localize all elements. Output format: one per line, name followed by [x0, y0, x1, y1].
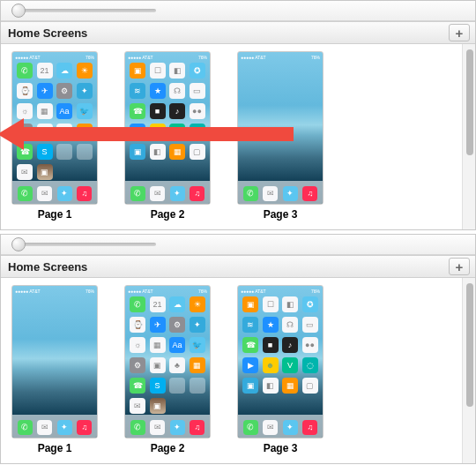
- app-icon: ■: [150, 103, 166, 119]
- app-icon: 🐦: [190, 337, 205, 353]
- scrollbar-thumb[interactable]: [466, 49, 473, 155]
- app-icon: [169, 378, 185, 394]
- phone-dock: ✆✉✦♫: [125, 181, 210, 204]
- app-icon: ♣: [169, 357, 185, 373]
- app-icon: ▣: [150, 398, 166, 414]
- phone-dock: ✆✉✦♫: [238, 415, 323, 438]
- app-icon: ▣: [150, 357, 166, 373]
- dock-app-icon: ✆: [18, 186, 33, 201]
- app-icon: ▶: [130, 124, 145, 139]
- page-item[interactable]: ●●●●● AT&T76%▣☐◧✪≋★☊▭☎■♪●●▶☻V◌▣◧▦▢✆✉✦♫Pa…: [124, 51, 211, 221]
- vertical-scrollbar[interactable]: [462, 44, 475, 229]
- status-bar: ●●●●● AT&T76%: [125, 286, 210, 295]
- scrollbar-thumb[interactable]: [466, 283, 473, 407]
- app-icon: ✆: [17, 63, 33, 79]
- zoom-slider[interactable]: [15, 9, 156, 12]
- app-icon: ●●: [190, 103, 205, 119]
- dock-app-icon: ✆: [243, 420, 258, 435]
- status-carrier: ●●●●● AT&T: [128, 289, 153, 294]
- app-icon: 21: [150, 296, 166, 312]
- dock-app-icon: ♫: [302, 420, 317, 435]
- dock-app-icon: ✆: [18, 420, 33, 435]
- status-bar: ●●●●● AT&T76%: [238, 52, 323, 61]
- app-icon: ✉: [17, 164, 33, 180]
- app-icon: ☼: [130, 337, 145, 353]
- app-icon: ◧: [150, 144, 166, 160]
- status-carrier: ●●●●● AT&T: [241, 55, 266, 60]
- app-icon: ★: [263, 317, 279, 333]
- app-grid: ✆21☁☀⌚✈⚙✦☼▦Aa🐦⚙▣♣▦☎S ✉▣: [130, 296, 205, 414]
- app-icon: ◌: [190, 124, 205, 139]
- zoom-slider-thumb[interactable]: [11, 237, 26, 251]
- dock-app-icon: ♫: [77, 186, 92, 201]
- app-icon: Aa: [56, 103, 72, 119]
- app-icon: ⚙: [130, 357, 145, 373]
- dock-app-icon: ✦: [283, 186, 298, 201]
- dock-app-icon: ♫: [190, 186, 205, 201]
- app-icon: ✦: [77, 83, 93, 99]
- dock-app-icon: ✉: [150, 186, 165, 201]
- dock-app-icon: ✉: [37, 186, 52, 201]
- add-page-button[interactable]: +: [449, 24, 470, 41]
- status-battery: 76%: [198, 289, 207, 294]
- phone-dock: ✆✉✦♫: [12, 415, 97, 438]
- zoom-slider-thumb[interactable]: [11, 4, 26, 18]
- app-icon: ⌚: [17, 83, 33, 99]
- dock-app-icon: ✦: [170, 420, 185, 435]
- app-icon: S: [150, 378, 166, 394]
- dock-app-icon: ✦: [57, 186, 72, 201]
- app-icon: ☼: [17, 103, 33, 119]
- app-icon: ◧: [169, 63, 185, 79]
- app-icon: ▦: [190, 357, 205, 373]
- app-icon: ☊: [169, 83, 185, 99]
- app-icon: ✦: [190, 317, 205, 333]
- pages-container: ●●●●● AT&T76%✆21☁☀⌚✈⚙✦☼▦Aa🐦⚙▣♣▦☎S ✉▣✆✉✦♫…: [1, 44, 475, 229]
- page-label: Page 2: [151, 442, 185, 454]
- status-battery: 76%: [86, 55, 94, 60]
- app-icon: ◌: [302, 357, 318, 373]
- app-icon: ☀: [190, 296, 205, 312]
- app-icon: ☐: [263, 296, 279, 312]
- app-icon: ☻: [263, 357, 279, 373]
- dock-app-icon: ✉: [263, 420, 278, 435]
- phone-screen: ●●●●● AT&T76%✆21☁☀⌚✈⚙✦☼▦Aa🐦⚙▣♣▦☎S ✉▣✆✉✦♫: [11, 51, 98, 205]
- app-icon: ♣: [56, 124, 72, 139]
- status-carrier: ●●●●● AT&T: [15, 289, 41, 294]
- add-page-button[interactable]: +: [449, 258, 470, 275]
- app-grid: ▣☐◧✪≋★☊▭☎■♪●●▶☻V◌▣◧▦▢: [130, 63, 205, 160]
- zoom-slider[interactable]: [15, 243, 156, 246]
- page-item[interactable]: ●●●●● AT&T76%✆21☁☀⌚✈⚙✦☼▦Aa🐦⚙▣♣▦☎S ✉▣✆✉✦♫…: [11, 51, 98, 221]
- pages-container: ●●●●● AT&T76%✆✉✦♫Page 1●●●●● AT&T76%✆21☁…: [1, 278, 475, 463]
- page-item[interactable]: ●●●●● AT&T76%✆21☁☀⌚✈⚙✦☼▦Aa🐦⚙▣♣▦☎S ✉▣✆✉✦♫…: [124, 285, 211, 454]
- dock-app-icon: ✆: [130, 186, 145, 201]
- dock-app-icon: ✦: [170, 186, 185, 201]
- page-label: Page 3: [264, 442, 298, 454]
- app-icon: ☐: [150, 63, 166, 79]
- page-item[interactable]: ●●●●● AT&T76%✆✉✦♫Page 1: [11, 285, 98, 454]
- app-icon: ⚙: [17, 124, 33, 139]
- dock-app-icon: ♫: [77, 420, 92, 435]
- vertical-scrollbar[interactable]: [462, 278, 475, 463]
- page-label: Page 2: [151, 208, 185, 221]
- phone-dock: ✆✉✦♫: [238, 181, 323, 204]
- dock-app-icon: ✦: [57, 420, 72, 435]
- app-icon: [77, 144, 93, 160]
- app-grid: ▣☐◧✪≋★☊▭☎■♪●●▶☻V◌▣◧▦▢: [242, 296, 318, 394]
- page-item[interactable]: ●●●●● AT&T76%✆✉✦♫Page 3: [237, 51, 324, 221]
- section-title: Home Screens: [8, 26, 87, 40]
- status-bar: ●●●●● AT&T76%: [125, 52, 210, 61]
- zoom-slider-bar: [1, 235, 475, 255]
- app-icon: ☎: [17, 144, 33, 160]
- app-icon: ⚙: [56, 83, 72, 99]
- dock-app-icon: ✉: [263, 186, 278, 201]
- status-bar: ●●●●● AT&T76%: [12, 286, 97, 295]
- app-icon: ▶: [242, 357, 258, 373]
- app-icon: ▢: [190, 144, 205, 160]
- app-icon: 🐦: [77, 103, 93, 119]
- app-icon: ▣: [37, 124, 53, 139]
- page-item[interactable]: ●●●●● AT&T76%▣☐◧✪≋★☊▭☎■♪●●▶☻V◌▣◧▦▢✆✉✦♫Pa…: [237, 285, 324, 454]
- app-icon: ☊: [282, 317, 298, 333]
- app-icon: [56, 144, 72, 160]
- app-icon: ▦: [282, 378, 298, 394]
- app-icon: ☀: [77, 63, 93, 79]
